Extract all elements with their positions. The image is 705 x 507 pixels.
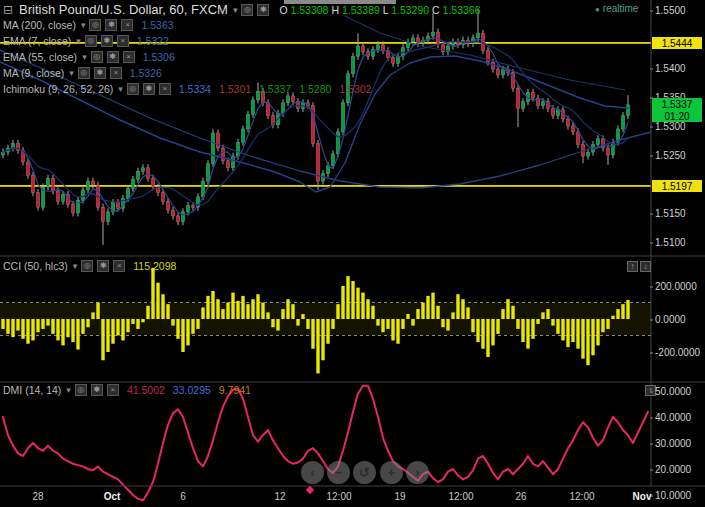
cci-bar: [106, 319, 109, 352]
candle-body: [126, 189, 129, 199]
cci-bar: [246, 304, 249, 319]
cci-bar: [621, 304, 624, 319]
cci-bar: [606, 319, 609, 329]
cci-bar: [566, 319, 569, 347]
cci-bar: [591, 319, 594, 355]
scroll-left-button[interactable]: ‹: [301, 461, 324, 484]
gear-icon[interactable]: ✱: [94, 67, 106, 79]
symbol-title[interactable]: British Pound/U.S. Dollar, 60, FXCM: [19, 2, 228, 17]
candle-body: [186, 205, 189, 211]
ichimoku-value: 1.5334: [179, 83, 211, 95]
cci-bar: [166, 304, 169, 319]
cci-bar: [596, 319, 599, 345]
cci-bar: [191, 319, 194, 334]
cci-bar: [391, 319, 394, 340]
reset-view-button[interactable]: ↺: [353, 461, 376, 484]
move-pane-down-button[interactable]: ↓: [640, 261, 651, 272]
cci-bar: [406, 314, 409, 319]
move-pane-up-button[interactable]: ↑: [627, 261, 638, 272]
candle-body: [166, 201, 169, 210]
dmi-adx-value: 41.5002: [127, 384, 165, 396]
candle-body: [246, 114, 249, 128]
eye-icon[interactable]: ◎: [241, 4, 253, 16]
candle-body: [86, 181, 89, 190]
gear-icon[interactable]: ✱: [257, 4, 269, 16]
close-icon[interactable]: ×: [117, 35, 129, 47]
chevron-down-icon[interactable]: ▾: [81, 20, 86, 30]
cci-bar: [176, 319, 179, 339]
candle-body: [291, 96, 294, 102]
cci-bar: [381, 319, 384, 332]
cci-bar: [206, 296, 209, 319]
cci-bar: [311, 319, 314, 349]
chevron-down-icon[interactable]: ▾: [76, 36, 81, 46]
cci-value: 115.2098: [133, 260, 176, 272]
close-icon[interactable]: ×: [159, 83, 171, 95]
cci-bar: [291, 304, 294, 319]
chevron-down-icon[interactable]: ▾: [73, 261, 78, 271]
cci-bar: [561, 319, 564, 340]
cci-bar: [551, 319, 554, 326]
chevron-down-icon[interactable]: ▾: [118, 84, 123, 94]
eye-icon[interactable]: ◎: [81, 260, 93, 272]
zoom-out-button[interactable]: −: [327, 461, 350, 484]
candle-body: [351, 56, 354, 73]
candle-body: [621, 116, 624, 129]
cci-bar: [76, 319, 79, 350]
price-axis-label: 20.0000: [655, 464, 691, 475]
price-axis-label: 1.5400: [655, 63, 686, 74]
cci-bar: [101, 319, 104, 360]
chevron-down-icon[interactable]: ▾: [82, 52, 87, 62]
eye-icon[interactable]: ◎: [78, 67, 90, 79]
candle-body: [241, 129, 244, 142]
time-axis-label: Oct: [104, 491, 121, 502]
time-axis-label: 12:00: [448, 491, 473, 502]
eye-icon[interactable]: ◎: [85, 35, 97, 47]
trading-chart-window: ⊟ British Pound/U.S. Dollar, 60, FXCM ▾ …: [0, 0, 705, 507]
close-icon[interactable]: ×: [123, 51, 135, 63]
cci-bar: [336, 304, 339, 319]
scroll-right-button[interactable]: ›: [406, 461, 429, 484]
gear-icon[interactable]: ✱: [143, 83, 155, 95]
close-icon[interactable]: ×: [107, 384, 119, 396]
cci-bar: [471, 319, 474, 332]
candle-body: [216, 133, 219, 148]
eye-icon[interactable]: ◎: [127, 83, 139, 95]
zoom-in-button[interactable]: +: [380, 461, 403, 484]
close-icon[interactable]: ×: [110, 67, 122, 79]
close-icon[interactable]: ×: [113, 260, 125, 272]
cci-bar: [341, 286, 344, 319]
eye-icon[interactable]: ◎: [75, 384, 87, 396]
cci-bar: [86, 319, 89, 327]
cci-bar: [51, 319, 54, 334]
gear-icon[interactable]: ✱: [97, 260, 109, 272]
price-axis-label: 10.0000: [655, 490, 691, 501]
cci-bar: [141, 319, 144, 322]
cci-bar: [161, 294, 164, 319]
legend-ema7: EMA (7, close) ▾ ◎ ✱ × 1.5322: [3, 35, 169, 47]
gear-icon[interactable]: ✱: [105, 19, 117, 31]
close-icon[interactable]: ×: [121, 19, 133, 31]
cci-bar: [531, 319, 534, 339]
time-axis-label: 26: [515, 491, 526, 502]
cci-bar: [276, 319, 279, 331]
cci-bar: [116, 319, 119, 336]
chevron-down-icon[interactable]: ▾: [66, 385, 71, 395]
eye-icon[interactable]: ◎: [91, 51, 103, 63]
gear-icon[interactable]: ✱: [101, 35, 113, 47]
eye-icon[interactable]: ◎: [89, 19, 101, 31]
gear-icon[interactable]: ✱: [91, 384, 103, 396]
cci-bar: [236, 301, 239, 319]
price-axis-label: 1.5250: [655, 150, 686, 161]
chevron-down-icon[interactable]: ▾: [69, 68, 74, 78]
candle-body: [596, 139, 599, 145]
ema55-value: 1.5306: [143, 51, 175, 63]
chevron-down-icon[interactable]: ▾: [233, 5, 238, 15]
cci-bar: [411, 319, 414, 326]
price-axis-label: 200.0000: [655, 281, 697, 292]
collapse-pane-icon[interactable]: ⊟: [3, 3, 13, 17]
cci-bar: [181, 319, 184, 352]
gear-icon[interactable]: ✱: [107, 51, 119, 63]
cci-bar: [251, 299, 254, 319]
time-axis-label: 12:00: [569, 491, 594, 502]
